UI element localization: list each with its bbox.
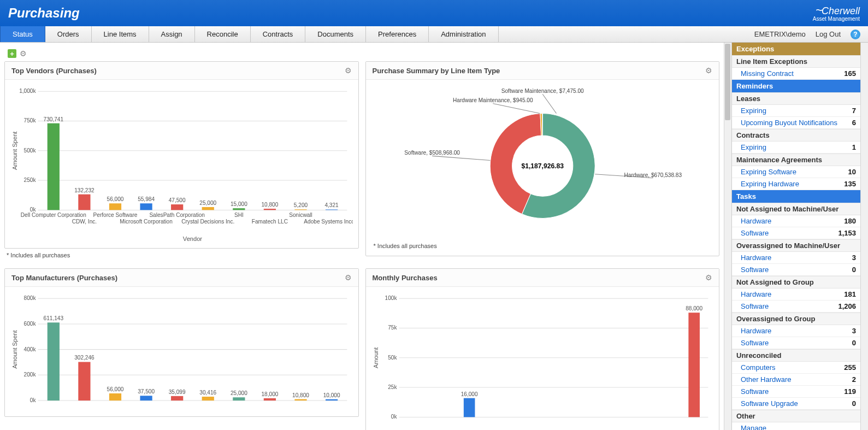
gear-icon[interactable]: ⚙: [345, 273, 352, 282]
link-software[interactable]: Software: [741, 302, 769, 310]
link-expiring-contracts[interactable]: Expiring: [741, 143, 766, 151]
link-expiring-software[interactable]: Expiring Software: [741, 168, 796, 176]
gear-icon[interactable]: ⚙: [345, 66, 352, 75]
svg-text:Adobe Systems Incorp: Adobe Systems Incorp: [304, 219, 352, 225]
tab-contracts[interactable]: Contracts: [251, 26, 306, 42]
app-header: Purchasing ~Cherwell Asset Management: [0, 0, 868, 26]
svg-text:Software Maintenance, $7,475.0: Software Maintenance, $7,475.00: [501, 88, 583, 94]
link-hardware[interactable]: Hardware: [741, 217, 771, 225]
add-widget-button[interactable]: +: [8, 49, 16, 58]
tab-orders[interactable]: Orders: [45, 26, 92, 42]
svg-text:Crystal Decisions Inc.: Crystal Decisions Inc.: [181, 219, 234, 225]
link-software[interactable]: Software: [741, 339, 769, 347]
link-hardware[interactable]: Hardware: [741, 327, 771, 335]
tab-administration[interactable]: Administration: [429, 26, 498, 42]
svg-text:56,000: 56,000: [107, 196, 124, 202]
link-expiring-leases[interactable]: Expiring: [741, 107, 766, 115]
svg-text:800k: 800k: [24, 295, 37, 301]
svg-rect-17: [109, 203, 121, 210]
svg-line-43: [542, 94, 556, 113]
sidebar-section: Overassigned to Group: [732, 313, 860, 325]
card-title-monthly: Monthly Purchases: [373, 274, 438, 282]
svg-rect-29: [233, 208, 245, 210]
svg-rect-23: [171, 204, 183, 210]
svg-text:750k: 750k: [24, 117, 37, 123]
scrollbar[interactable]: [860, 43, 868, 430]
sidebar-section: Maintenance Agreements: [732, 154, 860, 166]
top-vendors-chart: 0k250k500k750k1,000kAmount Spent730,741D…: [10, 83, 353, 243]
link-upcoming-buyout[interactable]: Upcoming Buyout Notifications: [741, 119, 837, 127]
svg-text:Amount: Amount: [373, 347, 379, 368]
svg-text:30,416: 30,416: [199, 390, 216, 396]
link-software-upgrade[interactable]: Software Upgrade: [741, 399, 798, 408]
card-title-summary: Purchase Summary by Line Item Type: [373, 67, 500, 75]
footnote: * Includes all purchases: [4, 249, 359, 262]
content-area: + ⚙ Top Vendors (Purchases) ⚙ 0k250k500k…: [0, 43, 868, 430]
page-title: Purchasing: [8, 5, 80, 21]
svg-rect-104: [688, 313, 700, 417]
gear-icon[interactable]: ⚙: [20, 49, 27, 58]
svg-text:Hardware Maintenance, $945.00: Hardware Maintenance, $945.00: [453, 97, 533, 103]
svg-text:Vendor: Vendor: [183, 235, 203, 242]
svg-rect-20: [140, 203, 152, 210]
tab-assign[interactable]: Assign: [149, 26, 195, 42]
sidebar-section: Unreconciled: [732, 349, 860, 362]
tab-reconcile[interactable]: Reconcile: [195, 26, 251, 42]
svg-text:Famatech LLC: Famatech LLC: [252, 219, 288, 225]
gear-icon[interactable]: ⚙: [705, 66, 712, 75]
footnote: * Includes all purchases: [371, 239, 714, 252]
tab-status[interactable]: Status: [0, 26, 45, 42]
brand-logo: ~Cherwell Asset Management: [813, 4, 860, 22]
svg-text:Software, $508,968.00: Software, $508,968.00: [404, 150, 460, 156]
svg-text:Microsoft Corporation: Microsoft Corporation: [120, 219, 173, 225]
svg-rect-64: [78, 362, 90, 400]
sidebar-header-reminders: Reminders: [732, 80, 860, 92]
svg-text:25k: 25k: [388, 384, 397, 390]
link-missing-contract[interactable]: Missing Contract: [741, 69, 794, 78]
link-software[interactable]: Software: [741, 387, 769, 396]
dashboard-panel: + ⚙ Top Vendors (Purchases) ⚙ 0k250k500k…: [0, 43, 724, 430]
tab-documents[interactable]: Documents: [305, 26, 366, 42]
tab-line-items[interactable]: Line Items: [92, 26, 149, 42]
card-monthly-purchases: Monthly Purchases ⚙ 0k25k50k75k100kAmoun…: [365, 268, 720, 430]
link-software[interactable]: Software: [741, 266, 769, 274]
gear-icon[interactable]: ⚙: [705, 273, 712, 282]
svg-text:302,246: 302,246: [74, 355, 95, 361]
svg-text:250k: 250k: [24, 177, 37, 183]
svg-text:500k: 500k: [24, 148, 37, 154]
svg-text:10,800: 10,800: [261, 202, 278, 208]
link-manage[interactable]: Manage: [741, 424, 766, 430]
svg-text:200k: 200k: [24, 372, 37, 378]
svg-rect-11: [48, 123, 60, 210]
scrollbar[interactable]: [724, 43, 731, 430]
svg-rect-35: [294, 209, 306, 210]
svg-text:37,500: 37,500: [138, 388, 155, 394]
sidebar-section: Other: [732, 410, 860, 422]
sidebar-section: Not Assigned to Machine/User: [732, 203, 860, 215]
svg-text:16,000: 16,000: [460, 391, 477, 397]
svg-text:132,232: 132,232: [74, 187, 95, 193]
monthly-purchases-chart: 0k25k50k75k100kAmount16,00088,000: [371, 290, 714, 428]
link-hardware[interactable]: Hardware: [741, 254, 771, 262]
link-other-hardware[interactable]: Other Hardware: [741, 375, 791, 384]
link-hardware[interactable]: Hardware: [741, 290, 771, 298]
help-icon[interactable]: ?: [851, 30, 860, 39]
svg-text:SHI: SHI: [234, 212, 244, 218]
tab-preferences[interactable]: Preferences: [366, 26, 429, 42]
svg-text:611,143: 611,143: [44, 315, 64, 321]
sidebar-header-exceptions: Exceptions: [732, 43, 860, 55]
link-software[interactable]: Software: [741, 229, 769, 237]
svg-text:0k: 0k: [30, 397, 37, 403]
svg-rect-66: [109, 393, 121, 400]
svg-text:Sonicwall: Sonicwall: [289, 212, 312, 218]
svg-text:15,000: 15,000: [231, 201, 247, 207]
link-expiring-hardware[interactable]: Expiring Hardware: [741, 180, 799, 188]
svg-text:10,000: 10,000: [323, 392, 340, 398]
card-title-manufacturers: Top Manufacturers (Purchases): [11, 274, 117, 282]
svg-rect-62: [48, 322, 60, 400]
link-computers[interactable]: Computers: [741, 363, 776, 372]
svg-text:Amount Spent: Amount Spent: [11, 132, 18, 170]
logout-link[interactable]: Log Out: [816, 30, 841, 38]
svg-rect-74: [233, 397, 245, 400]
svg-text:Amount Spent: Amount Spent: [11, 330, 18, 368]
